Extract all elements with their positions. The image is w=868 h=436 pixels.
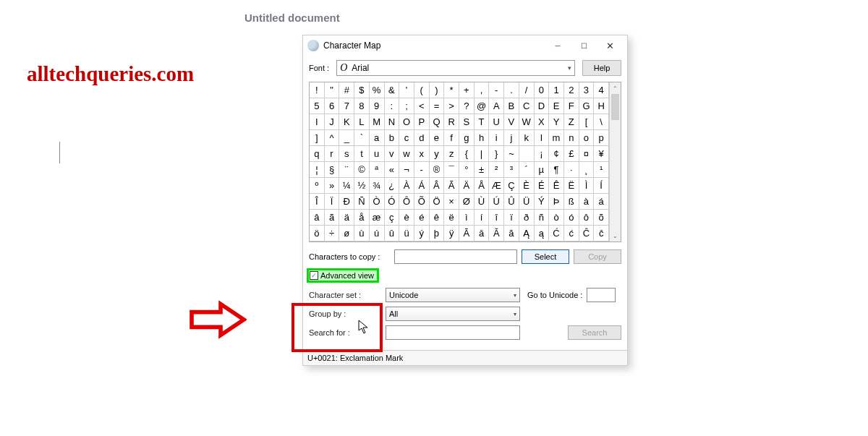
char-cell[interactable]: l	[535, 130, 550, 146]
char-cell[interactable]: M	[370, 114, 385, 130]
char-cell[interactable]: Ù	[475, 194, 490, 210]
char-cell[interactable]: à	[579, 194, 595, 210]
char-cell[interactable]: Ú	[489, 194, 504, 210]
char-cell[interactable]: ß	[564, 194, 579, 210]
char-cell[interactable]: í	[475, 210, 490, 226]
close-button[interactable]: ✕	[597, 37, 623, 54]
char-cell[interactable]: ,	[475, 82, 490, 98]
char-cell[interactable]: <	[414, 98, 430, 114]
char-cell[interactable]: ¾	[370, 178, 385, 194]
char-cell[interactable]: X	[535, 114, 550, 130]
char-cell[interactable]: e	[430, 130, 445, 146]
char-cell[interactable]: "	[325, 82, 340, 98]
char-cell[interactable]: ą	[535, 226, 550, 241]
char-cell[interactable]: y	[430, 146, 445, 162]
char-cell[interactable]: u	[370, 146, 385, 162]
char-cell[interactable]: ă	[504, 226, 519, 241]
char-cell[interactable]: ¥	[594, 146, 609, 162]
char-cell[interactable]: *	[444, 82, 459, 98]
char-cell[interactable]: Ö	[430, 194, 445, 210]
char-cell[interactable]: ć	[564, 226, 579, 241]
char-cell[interactable]: ñ	[535, 210, 550, 226]
char-cell[interactable]: F	[564, 98, 579, 114]
char-cell[interactable]: Ć	[549, 226, 564, 241]
minimize-button[interactable]: ─	[545, 37, 571, 54]
char-cell[interactable]: ï	[504, 210, 519, 226]
char-cell[interactable]: {	[459, 146, 475, 162]
char-cell[interactable]: Ă	[489, 226, 504, 241]
char-cell[interactable]: ³	[504, 162, 519, 178]
char-cell[interactable]: G	[579, 98, 595, 114]
char-cell[interactable]: >	[444, 98, 459, 114]
char-cell[interactable]: À	[399, 178, 414, 194]
select-button[interactable]: Select	[522, 249, 569, 264]
char-cell[interactable]: U	[489, 114, 504, 130]
char-cell[interactable]: o	[579, 130, 595, 146]
char-cell[interactable]: h	[475, 130, 490, 146]
char-cell[interactable]: ¯	[444, 162, 459, 178]
char-cell[interactable]: æ	[370, 210, 385, 226]
char-cell[interactable]: @	[475, 98, 490, 114]
char-cell[interactable]: C	[519, 98, 535, 114]
char-cell[interactable]: Î	[310, 194, 325, 210]
char-cell[interactable]: Q	[430, 114, 445, 130]
characters-to-copy-input[interactable]	[394, 249, 517, 264]
char-cell[interactable]: û	[385, 226, 400, 241]
char-cell[interactable]: V	[504, 114, 519, 130]
char-cell[interactable]: k	[519, 130, 535, 146]
char-cell[interactable]: ì	[459, 210, 475, 226]
char-cell[interactable]	[519, 146, 535, 162]
char-cell[interactable]: ó	[564, 210, 579, 226]
char-cell[interactable]: È	[519, 178, 535, 194]
char-cell[interactable]: Ç	[504, 178, 519, 194]
char-cell[interactable]: j	[504, 130, 519, 146]
char-cell[interactable]: J	[325, 114, 340, 130]
char-cell[interactable]: Õ	[414, 194, 430, 210]
char-cell[interactable]: »	[325, 178, 340, 194]
char-cell[interactable]: ¹	[594, 162, 609, 178]
char-cell[interactable]: }	[489, 146, 504, 162]
char-cell[interactable]: :	[385, 98, 400, 114]
char-cell[interactable]: n	[564, 130, 579, 146]
char-cell[interactable]: S	[459, 114, 475, 130]
char-cell[interactable]: ©	[354, 162, 370, 178]
char-cell[interactable]: Ü	[519, 194, 535, 210]
char-cell[interactable]: 8	[354, 98, 370, 114]
char-cell[interactable]: ð	[519, 210, 535, 226]
char-cell[interactable]: ÿ	[444, 226, 459, 241]
char-cell[interactable]: )	[430, 82, 445, 98]
char-cell[interactable]: ÷	[325, 226, 340, 241]
help-button[interactable]: Help	[582, 60, 621, 76]
char-cell[interactable]: Ó	[385, 194, 400, 210]
char-cell[interactable]: E	[549, 98, 564, 114]
char-cell[interactable]: Ñ	[354, 194, 370, 210]
char-cell[interactable]: -	[414, 162, 430, 178]
advanced-view-checkbox[interactable]: ✓ Advanced view	[309, 270, 377, 281]
char-cell[interactable]: v	[385, 146, 400, 162]
char-cell[interactable]: z	[444, 146, 459, 162]
maximize-button[interactable]: ☐	[571, 37, 597, 54]
char-cell[interactable]: +	[459, 82, 475, 98]
char-cell[interactable]: D	[535, 98, 550, 114]
char-cell[interactable]: _	[339, 130, 354, 146]
char-cell[interactable]: ë	[444, 210, 459, 226]
char-cell[interactable]: R	[444, 114, 459, 130]
character-set-select[interactable]: Unicode ▾	[386, 288, 520, 302]
char-cell[interactable]: ¸	[579, 162, 595, 178]
char-cell[interactable]: I	[310, 114, 325, 130]
char-cell[interactable]: T	[475, 114, 490, 130]
char-cell[interactable]: ú	[370, 226, 385, 241]
char-cell[interactable]: þ	[430, 226, 445, 241]
char-cell[interactable]: ´	[519, 162, 535, 178]
group-by-select[interactable]: All ▾	[386, 307, 520, 321]
char-cell[interactable]: ¿	[385, 178, 400, 194]
char-cell[interactable]: õ	[594, 210, 609, 226]
char-cell[interactable]: \	[594, 114, 609, 130]
char-cell[interactable]: q	[310, 146, 325, 162]
char-cell[interactable]: Ā	[459, 226, 475, 241]
char-cell[interactable]: Ê	[549, 178, 564, 194]
char-cell[interactable]: 3	[579, 82, 595, 98]
char-cell[interactable]: ò	[549, 210, 564, 226]
char-cell[interactable]: %	[370, 82, 385, 98]
font-select[interactable]: O Arial ▾	[336, 60, 575, 76]
